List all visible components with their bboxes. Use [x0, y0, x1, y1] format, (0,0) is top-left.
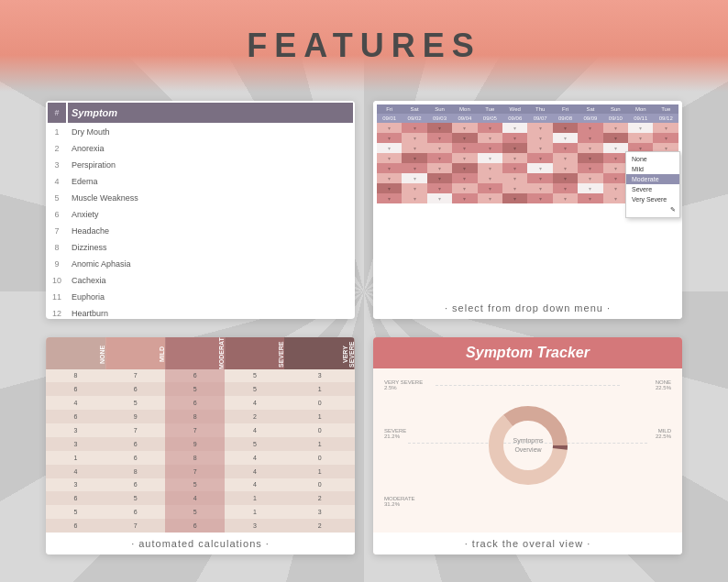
dropdown-edit-icon[interactable]: ✎ — [626, 204, 679, 215]
cal-cell[interactable]: ▾ — [502, 193, 527, 203]
cal-cell[interactable]: ▾ — [427, 133, 452, 143]
cal-cell[interactable]: ▾ — [527, 183, 552, 193]
cal-cell[interactable]: ▾ — [603, 173, 628, 183]
cal-cell[interactable]: ▾ — [502, 133, 527, 143]
cal-cell[interactable]: ▾ — [553, 123, 578, 133]
cal-cell[interactable]: ▾ — [478, 183, 502, 193]
cal-cell[interactable]: ▾ — [603, 193, 628, 203]
cal-cell[interactable]: ▾ — [527, 143, 552, 153]
cal-cell[interactable]: ▾ — [452, 183, 477, 193]
cal-cell[interactable]: ▾ — [578, 183, 602, 193]
cal-cell[interactable]: ▾ — [427, 173, 452, 183]
cal-cell[interactable]: ▾ — [578, 123, 602, 133]
cal-cell[interactable]: ▾ — [377, 183, 402, 193]
cal-cell[interactable]: ▾ — [653, 133, 678, 143]
cal-cell[interactable]: ▾ — [553, 153, 578, 163]
cal-cell[interactable]: ▾ — [452, 123, 477, 133]
cal-cell[interactable]: ▾ — [553, 143, 578, 153]
cal-cell[interactable]: ▾ — [402, 133, 426, 143]
cal-cell[interactable]: ▾ — [478, 143, 502, 153]
dropdown-item-severe[interactable]: Severe — [626, 184, 679, 194]
cal-cell[interactable]: ▾ — [628, 123, 653, 133]
cal-cell[interactable]: ▾ — [402, 173, 426, 183]
cal-cell[interactable]: ▾ — [553, 193, 578, 203]
cal-cell[interactable]: ▾ — [502, 143, 527, 153]
cal-cell[interactable]: ▾ — [603, 143, 628, 153]
cal-cell[interactable]: ▾ — [578, 153, 602, 163]
cal-cell[interactable]: ▾ — [427, 143, 452, 153]
cal-cell[interactable]: ▾ — [402, 153, 426, 163]
cal-cell[interactable]: ▾ — [527, 133, 552, 143]
cal-cell[interactable]: ▾ — [402, 193, 426, 203]
cal-cell[interactable]: ▾ — [502, 153, 527, 163]
cal-cell[interactable]: ▾ — [452, 193, 477, 203]
cal-cell[interactable]: ▾ — [377, 123, 402, 133]
cal-cell[interactable]: ▾ — [603, 123, 628, 133]
cal-cell[interactable]: ▾ — [527, 153, 552, 163]
cal-cell[interactable]: ▾ — [527, 123, 552, 133]
severity-dropdown[interactable]: None Mild Moderate Severe Very Severe ✎ — [625, 151, 680, 218]
cal-cell[interactable]: ▾ — [377, 143, 402, 153]
cal-cell[interactable]: ▾ — [427, 163, 452, 173]
dropdown-item-mild[interactable]: Mild — [626, 164, 679, 174]
cal-cell[interactable]: ▾ — [578, 133, 602, 143]
cal-cell[interactable]: ▾ — [377, 133, 402, 143]
cal-cell[interactable]: ▾ — [427, 153, 452, 163]
cal-day-header: Fri — [377, 104, 402, 114]
cal-cell[interactable]: ▾ — [402, 123, 426, 133]
cal-cell[interactable]: ▾ — [603, 183, 628, 193]
cal-cell[interactable]: ▾ — [578, 163, 602, 173]
cal-cell[interactable]: ▾ — [478, 133, 502, 143]
table-row: 1Dry Mouth — [48, 125, 353, 139]
cal-cell[interactable]: ▾ — [478, 163, 502, 173]
dropdown-item-very-severe[interactable]: Very Severe — [626, 194, 679, 204]
cal-cell[interactable]: ▾ — [553, 183, 578, 193]
cal-cell[interactable]: ▾ — [553, 133, 578, 143]
cal-cell[interactable]: ▾ — [452, 133, 477, 143]
dropdown-item-moderate[interactable]: Moderate — [626, 174, 679, 184]
calc-cell: 6 — [46, 519, 105, 533]
cal-cell[interactable]: ▾ — [653, 123, 678, 133]
cal-cell[interactable]: ▾ — [377, 193, 402, 203]
cal-cell[interactable]: ▾ — [578, 143, 602, 153]
cal-cell[interactable]: ▾ — [527, 173, 552, 183]
cal-cell[interactable]: ▾ — [603, 133, 628, 143]
calc-cell: 8 — [105, 465, 165, 478]
cal-cell[interactable]: ▾ — [502, 163, 527, 173]
cal-cell[interactable]: ▾ — [553, 163, 578, 173]
cal-cell[interactable]: ▾ — [478, 123, 502, 133]
cal-cell[interactable]: ▾ — [502, 123, 527, 133]
cal-cell[interactable]: ▾ — [402, 183, 426, 193]
cal-cell[interactable]: ▾ — [502, 173, 527, 183]
cal-cell[interactable]: ▾ — [452, 143, 477, 153]
cal-cell[interactable]: ▾ — [603, 163, 628, 173]
cal-day-header: Wed — [502, 104, 527, 114]
cal-cell[interactable]: ▾ — [377, 173, 402, 183]
cal-cell[interactable]: ▾ — [478, 173, 502, 183]
calc-cell: 5 — [225, 369, 284, 383]
cal-cell[interactable]: ▾ — [502, 183, 527, 193]
cal-cell[interactable]: ▾ — [427, 183, 452, 193]
cal-cell[interactable]: ▾ — [603, 153, 628, 163]
cal-cell[interactable]: ▾ — [452, 173, 477, 183]
cal-cell[interactable]: ▾ — [377, 153, 402, 163]
cal-day-header: Mon — [628, 104, 653, 114]
cal-cell[interactable]: ▾ — [402, 163, 426, 173]
cal-cell[interactable]: ▾ — [452, 163, 477, 173]
cal-cell[interactable]: ▾ — [527, 163, 552, 173]
cal-cell[interactable]: ▾ — [478, 193, 502, 203]
cal-cell[interactable]: ▾ — [628, 133, 653, 143]
cal-cell[interactable]: ▾ — [377, 163, 402, 173]
cal-cell[interactable]: ▾ — [402, 143, 426, 153]
cal-cell[interactable]: ▾ — [427, 193, 452, 203]
cal-cell[interactable]: ▾ — [553, 173, 578, 183]
cal-cell[interactable]: ▾ — [527, 193, 552, 203]
cal-cell[interactable]: ▾ — [578, 193, 602, 203]
calc-cell: 1 — [225, 505, 284, 519]
cal-cell[interactable]: ▾ — [578, 173, 602, 183]
symptom-list-card: # Symptom 1Dry Mouth2Anorexia3Perspirati… — [46, 101, 355, 319]
cal-cell[interactable]: ▾ — [452, 153, 477, 163]
cal-cell[interactable]: ▾ — [427, 123, 452, 133]
dropdown-item-none[interactable]: None — [626, 154, 679, 164]
cal-cell[interactable]: ▾ — [478, 153, 502, 163]
